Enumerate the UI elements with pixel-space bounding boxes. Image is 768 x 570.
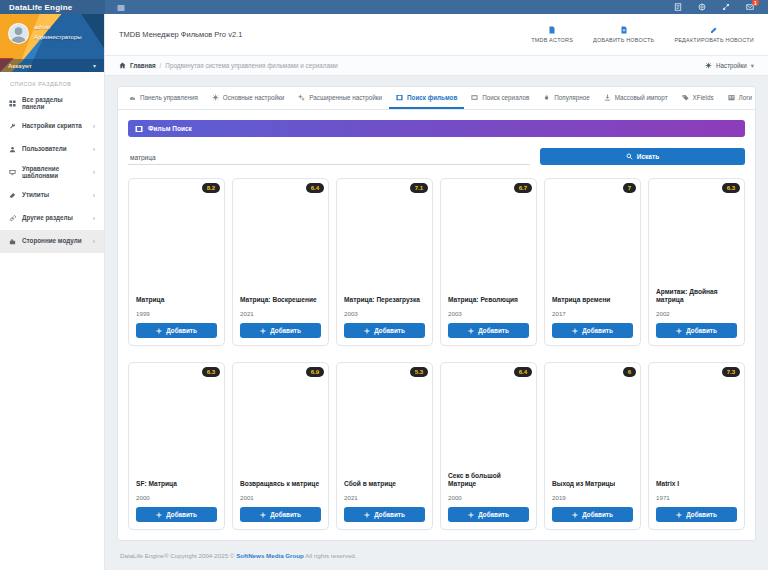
add-movie-button[interactable]: Добавить (656, 323, 737, 338)
breadcrumb-home-label: Главная (130, 62, 156, 69)
tab-logs[interactable]: Логи (721, 87, 759, 109)
tab-dashboard[interactable]: Панель управления (122, 87, 205, 109)
movie-title: Матрица (129, 296, 224, 305)
tab-label: Поиск фильмов (407, 94, 457, 101)
header-action-label: РЕДАКТИРОВАТЬ НОВОСТИ (674, 37, 754, 43)
tab-mass-import[interactable]: Массовый импорт (597, 87, 675, 109)
search-button[interactable]: Искать (540, 148, 745, 165)
add-button-label: Добавить (478, 327, 509, 334)
pencil-icon (710, 26, 718, 34)
movie-poster-placeholder (649, 363, 744, 480)
add-movie-button[interactable]: Добавить (240, 323, 321, 338)
add-movie-button[interactable]: Добавить (240, 507, 321, 522)
note-icon[interactable] (674, 3, 682, 11)
movie-card: 8.2 Матрица 1999 Добавить (128, 178, 225, 346)
sidebar-item-all-sections[interactable]: Все разделы панели › (0, 92, 104, 115)
movie-title: Сбой в матрице (337, 480, 432, 489)
sidebar: admin Администраторы Аккаунт ▾ СПИСОК РА… (0, 14, 105, 570)
rating-badge: 6.9 (306, 367, 324, 377)
sidebar-item-users[interactable]: Пользователи › (0, 138, 104, 161)
tab-movie-search[interactable]: Поиск фильмов (389, 87, 464, 109)
tab-basic-settings[interactable]: Основные настройки (205, 87, 291, 109)
rating-badge: 7 (623, 183, 636, 193)
chevron-right-icon: › (93, 169, 95, 176)
tab-popular[interactable]: Популярное (536, 87, 597, 109)
settings-dropdown[interactable]: Настройки ▾ (705, 62, 754, 69)
sidebar-item-other-sections[interactable]: Другие разделы › (0, 207, 104, 230)
tab-label: Массовый импорт (615, 94, 668, 101)
movie-results-grid: 8.2 Матрица 1999 Добавить 6.4 Матрица: В… (128, 178, 745, 530)
sidebar-item-label: Все разделы панели (22, 97, 87, 111)
plus-icon (676, 328, 682, 334)
tags-icon (682, 94, 689, 101)
rating-badge: 6.4 (514, 367, 532, 377)
add-button-label: Добавить (270, 327, 301, 334)
add-movie-button[interactable]: Добавить (344, 507, 425, 522)
tab-xfields[interactable]: XFields (675, 87, 721, 109)
search-row: Искать (128, 148, 745, 165)
movie-title: Возвращаясь к матрице (233, 480, 328, 489)
header-actions: TMDB ACTORS ДОБАВИТЬ НОВОСТЬ РЕДАКТИРОВА… (531, 26, 754, 43)
movie-card: 7 Матрица времени 2017 Добавить (544, 178, 641, 346)
add-movie-button[interactable]: Добавить (448, 323, 529, 338)
film-icon (396, 94, 403, 101)
tab-label: Логи (739, 94, 752, 101)
chevron-down-icon: ▾ (751, 62, 754, 69)
movie-year: 2000 (441, 489, 536, 507)
movie-card: 6.3 SF: Матрица 2000 Добавить (128, 362, 225, 530)
tab-series-search[interactable]: Поиск сериалов (464, 87, 536, 109)
tmdb-actors-button[interactable]: TMDB ACTORS (531, 26, 573, 43)
movie-poster-placeholder (545, 179, 640, 296)
add-movie-button[interactable]: Добавить (344, 323, 425, 338)
edit-news-button[interactable]: РЕДАКТИРОВАТЬ НОВОСТИ (674, 26, 754, 43)
chevron-right-icon: › (93, 146, 95, 153)
sidebar-item-third-party-modules[interactable]: Сторонние модули › (0, 230, 104, 253)
notification-badge: 1 (752, 0, 759, 6)
add-button-label: Добавить (582, 327, 613, 334)
movie-title: Матрица: Воскрешение (233, 296, 328, 305)
softnews-link[interactable]: SoftNews Media Group (236, 552, 304, 559)
expand-icon[interactable] (722, 3, 730, 11)
add-movie-button[interactable]: Добавить (136, 507, 217, 522)
movie-search-input[interactable] (128, 151, 530, 165)
rating-badge: 5.3 (410, 367, 428, 377)
add-movie-button[interactable]: Добавить (552, 507, 633, 522)
sidebar-item-templates[interactable]: Управление шаблонами › (0, 161, 104, 184)
eraser-icon (9, 192, 16, 199)
breadcrumb-separator: / (160, 62, 162, 69)
account-dropdown[interactable]: Аккаунт ▾ (0, 59, 104, 72)
add-button-label: Добавить (270, 511, 301, 518)
plus-icon (260, 328, 266, 334)
movie-title: SF: Матрица (129, 480, 224, 489)
add-movie-button[interactable]: Добавить (656, 507, 737, 522)
app-logo: DataLife Engine (0, 0, 105, 14)
tab-advanced-settings[interactable]: Расширенные настройки (291, 87, 389, 109)
sidebar-item-label: Настройки скрипта (22, 123, 82, 130)
globe-icon[interactable] (698, 3, 706, 11)
add-movie-button[interactable]: Добавить (136, 323, 217, 338)
movie-year: 1971 (649, 489, 744, 507)
username: admin (34, 24, 50, 30)
movie-title: Секс в большой Матрице (441, 472, 536, 489)
avatar[interactable] (8, 23, 29, 44)
movie-year: 2002 (649, 305, 744, 323)
menu-toggle-button[interactable] (105, 0, 137, 14)
sidebar-item-utilities[interactable]: Утилиты › (0, 184, 104, 207)
add-button-label: Добавить (166, 327, 197, 334)
sidebar-item-script-settings[interactable]: Настройки скрипта › (0, 115, 104, 138)
film-search-title: Фильм Поиск (148, 125, 192, 132)
add-movie-button[interactable]: Добавить (552, 323, 633, 338)
content-area: Панель управления Основные настройки Рас… (105, 76, 768, 570)
movie-poster-placeholder (129, 363, 224, 480)
user-profile-panel: admin Администраторы Аккаунт ▾ (0, 14, 104, 72)
module-panel: Панель управления Основные настройки Рас… (117, 86, 756, 541)
add-news-button[interactable]: ДОБАВИТЬ НОВОСТЬ (593, 26, 654, 43)
main-area: TMDB Менеджер Фильмов Pro v2.1 TMDB ACTO… (105, 14, 768, 570)
breadcrumb-home-link[interactable]: Главная (119, 62, 156, 69)
envelope-icon[interactable]: 1 (746, 3, 754, 11)
add-movie-button[interactable]: Добавить (448, 507, 529, 522)
copyright-text: DataLife Engine® Copyright 2004-2025 © (120, 552, 234, 559)
app-window: DataLife Engine 1 (0, 0, 768, 570)
desktop-icon (9, 169, 16, 176)
movie-title: Матрица времени (545, 296, 640, 305)
